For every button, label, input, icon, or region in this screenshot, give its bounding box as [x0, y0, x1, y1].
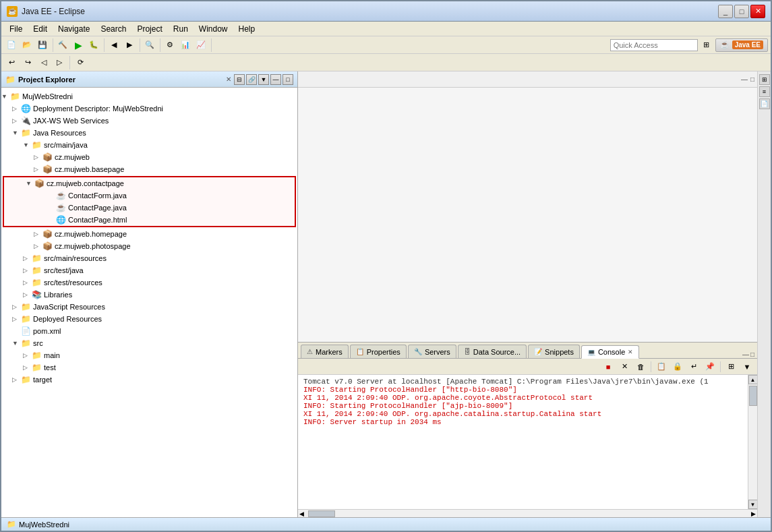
open-button[interactable]: 📂	[20, 38, 34, 52]
tree-item-test[interactable]: ▷ 📁 test	[1, 361, 297, 374]
prev-edit-button[interactable]: ◁	[36, 56, 51, 69]
homepage-label: cz.mujweb.homepage	[55, 230, 127, 238]
tab-servers[interactable]: 🔧 Servers	[408, 345, 456, 358]
config-button[interactable]: ⚙	[162, 38, 177, 52]
quick-access-area: ⊞ ☕ Java EE	[610, 38, 768, 52]
src-test-res-arrow: ▷	[23, 279, 31, 286]
tree-item-target[interactable]: ▷ 📁 target	[1, 374, 297, 386]
src-main-arrow: ▼	[23, 142, 31, 148]
tree-item-contactpage[interactable]: ▼ 📦 cz.mujweb.contactpage	[4, 177, 295, 189]
tab-snippets[interactable]: 📝 Snippets	[528, 345, 580, 358]
menu-search[interactable]: Search	[95, 23, 131, 35]
tree-item-contactpagehtml[interactable]: ▷ 🌐 ContactPage.html	[4, 214, 295, 226]
tree-item-src-test-res[interactable]: ▷ 📁 src/test/resources	[1, 276, 297, 289]
pin-console-button[interactable]: 📌	[703, 360, 717, 374]
forward-button[interactable]: ▶	[122, 38, 137, 52]
close-button[interactable]: ✕	[750, 5, 765, 18]
tree-item-deployed[interactable]: ▷ 📁 Deployed Resources	[1, 313, 297, 325]
hscroll-left-arrow[interactable]: ◀	[298, 510, 305, 517]
maximize-button[interactable]: □	[734, 5, 749, 18]
tree-item-contactform[interactable]: ▷ ☕ ContactForm.java	[4, 189, 295, 202]
redo-button[interactable]: ↪	[20, 56, 35, 69]
tree-item-jax[interactable]: ▷ 🔌 JAX-WS Web Services	[1, 115, 297, 127]
tree-item-basepage[interactable]: ▷ 📦 cz.mujweb.basepage	[1, 163, 297, 175]
hscroll-thumb[interactable]	[308, 510, 335, 517]
build-button[interactable]: 🔨	[55, 38, 70, 52]
tree-item-pomxml[interactable]: ▷ 📄 pom.xml	[1, 325, 297, 337]
debug-button[interactable]: 🐛	[86, 38, 101, 52]
minimize-button[interactable]: _	[718, 5, 733, 18]
console-max-button[interactable]: □	[750, 351, 754, 358]
console-menu-button[interactable]: ▼	[740, 360, 754, 374]
open-console-button[interactable]: ⊞	[723, 360, 738, 374]
tree-item-root[interactable]: ▼ 📁 MujWebStredni	[1, 90, 297, 102]
console-scrollbar[interactable]: ▲ ▼	[748, 375, 757, 509]
pomxml-label: pom.xml	[33, 327, 61, 335]
tree-item-deploy[interactable]: ▷ 🌐 Deployment Descriptor: MujWebStredni	[1, 102, 297, 115]
tab-properties[interactable]: 📋 Properties	[350, 345, 407, 358]
tree-item-js-res[interactable]: ▷ 📁 JavaScript Resources	[1, 301, 297, 313]
next-edit-button[interactable]: ▷	[52, 56, 67, 69]
console-toolbar: ■ ✕ 🗑 📋 🔒 ↵ 📌 ⊞ ▼	[298, 359, 757, 375]
explorer-min-button[interactable]: —	[270, 74, 281, 85]
src-main-icon: 📁	[31, 140, 42, 150]
side-btn-2[interactable]: ≡	[759, 86, 770, 97]
scroll-down-arrow[interactable]: ▼	[748, 500, 758, 509]
coverage-button[interactable]: 📈	[194, 38, 208, 52]
servers-icon: 🔧	[414, 348, 422, 355]
tree-item-src-main-res[interactable]: ▷ 📁 src/main/resources	[1, 252, 297, 264]
menu-help[interactable]: Help	[233, 23, 261, 35]
copy-button[interactable]: 📋	[654, 360, 669, 374]
side-btn-1[interactable]: ⊞	[759, 74, 770, 85]
tree-item-main[interactable]: ▷ 📁 main	[1, 349, 297, 361]
hscroll-right-arrow[interactable]: ▶	[750, 510, 757, 517]
menu-file[interactable]: File	[4, 23, 28, 35]
tree-item-libraries[interactable]: ▷ 📚 Libraries	[1, 289, 297, 301]
word-wrap-button[interactable]: ↵	[686, 360, 701, 374]
collapse-all-button[interactable]: ⊟	[234, 74, 245, 85]
editor-max-button[interactable]: □	[750, 76, 754, 83]
console-hscrollbar[interactable]: ◀ ▶	[298, 509, 757, 517]
java-ee-perspective[interactable]: ☕ Java EE	[715, 38, 768, 52]
explorer-max-button[interactable]: □	[283, 74, 293, 85]
clear-console-button[interactable]: 🗑	[633, 360, 648, 374]
tab-markers[interactable]: ⚠ Markers	[301, 345, 349, 358]
scroll-up-arrow[interactable]: ▲	[748, 375, 758, 384]
run-button[interactable]: ▶	[71, 38, 86, 52]
save-button[interactable]: 💾	[35, 38, 50, 52]
tree-item-czmujweb[interactable]: ▷ 📦 cz.mujweb	[1, 151, 297, 163]
search-button[interactable]: 🔍	[142, 38, 157, 52]
scroll-thumb[interactable]	[749, 386, 757, 406]
side-btn-3[interactable]: 📄	[759, 98, 770, 109]
project-tree[interactable]: ▼ 📁 MujWebStredni ▷ 🌐 Deployment Descrip…	[1, 88, 297, 517]
new-button[interactable]: 📄	[4, 38, 19, 52]
profile-button[interactable]: 📊	[178, 38, 193, 52]
tree-item-contactpagejava[interactable]: ▷ ☕ ContactPage.java	[4, 202, 295, 214]
tree-item-src[interactable]: ▼ 📁 src	[1, 337, 297, 349]
menu-window[interactable]: Window	[194, 23, 233, 35]
menu-project[interactable]: Project	[131, 23, 167, 35]
menu-navigate[interactable]: Navigate	[53, 23, 95, 35]
perspective-open-button[interactable]: ⊞	[701, 38, 713, 52]
tree-item-homepage[interactable]: ▷ 📦 cz.mujweb.homepage	[1, 228, 297, 240]
tree-item-java-res[interactable]: ▼ 📁 Java Resources	[1, 127, 297, 139]
tree-item-src-test-java[interactable]: ▷ 📁 src/test/java	[1, 264, 297, 276]
menu-run[interactable]: Run	[168, 23, 194, 35]
explorer-menu-button[interactable]: ▼	[258, 74, 269, 85]
tab-datasource[interactable]: 🗄 Data Source...	[458, 345, 527, 358]
sync-button[interactable]: ⟳	[73, 56, 88, 69]
menu-edit[interactable]: Edit	[28, 23, 53, 35]
undo-button[interactable]: ↩	[4, 56, 19, 69]
back-button[interactable]: ◀	[107, 38, 121, 52]
editor-min-button[interactable]: —	[741, 76, 748, 83]
quick-access-input[interactable]	[610, 39, 698, 51]
tree-item-src-main[interactable]: ▼ 📁 src/main/java	[1, 139, 297, 151]
link-with-editor-button[interactable]: 🔗	[246, 74, 257, 85]
console-min-button[interactable]: —	[742, 351, 749, 358]
stop-console-button[interactable]: ■	[601, 360, 616, 374]
tree-item-photospage[interactable]: ▷ 📦 cz.mujweb.photospage	[1, 240, 297, 252]
scroll-lock-button[interactable]: 🔒	[670, 360, 685, 374]
close-console-button[interactable]: ✕	[617, 360, 632, 374]
console-close-icon[interactable]: ✕	[628, 349, 633, 355]
tab-console[interactable]: 💻 Console ✕	[581, 345, 639, 359]
